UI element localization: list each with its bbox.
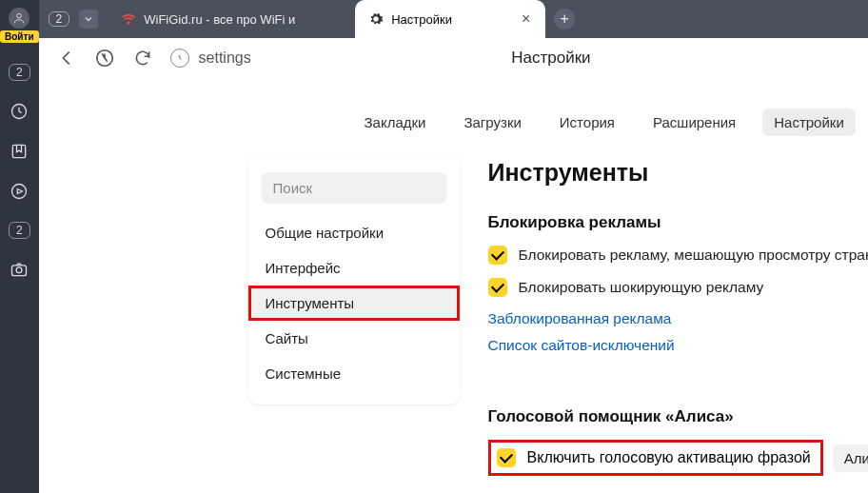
sidebar-item-tools[interactable]: Инструменты bbox=[248, 286, 460, 321]
sidebar-count-2[interactable]: 2 bbox=[9, 222, 30, 239]
alisa-select-value: Алиса bbox=[844, 450, 868, 466]
topnav-bookmarks[interactable]: Закладки bbox=[353, 108, 438, 136]
tab-title: WiFiGid.ru - все про WiFi и bbox=[144, 12, 342, 27]
settings-search[interactable]: Поиск bbox=[262, 172, 446, 204]
tab-strip: 2 WiFiGid.ru - все про WiFi и Настройки … bbox=[39, 0, 868, 38]
sidebar-item-general[interactable]: Общие настройки bbox=[248, 215, 460, 250]
svg-point-3 bbox=[12, 185, 27, 199]
sidebar-item-interface[interactable]: Интерфейс bbox=[248, 250, 460, 286]
blocked-ads-link[interactable]: Заблокированная реклама bbox=[488, 310, 672, 327]
exclusion-sites-link[interactable]: Список сайтов-исключений bbox=[488, 337, 675, 354]
play-circle-icon[interactable] bbox=[10, 182, 29, 201]
back-button[interactable] bbox=[56, 48, 77, 69]
panel-heading: Инструменты bbox=[488, 159, 868, 187]
checkbox-checked-icon[interactable] bbox=[488, 246, 507, 265]
ads-block-shocking-label: Блокировать шокирующую рекламу bbox=[519, 279, 764, 296]
close-icon[interactable]: × bbox=[520, 11, 532, 27]
tab-wifigid[interactable]: WiFiGid.ru - все про WiFi и bbox=[108, 0, 355, 38]
alisa-activation-row[interactable]: Включить голосовую активацию фразой bbox=[488, 440, 823, 476]
svg-rect-2 bbox=[13, 145, 26, 157]
settings-panel: Инструменты Блокировка рекламы Блокирова… bbox=[488, 155, 868, 476]
topnav-downloads[interactable]: Загрузки bbox=[452, 108, 532, 136]
svg-point-5 bbox=[16, 267, 22, 273]
ads-section-heading: Блокировка рекламы bbox=[488, 213, 868, 232]
page-title: Настройки bbox=[511, 49, 590, 68]
chevron-down-icon[interactable] bbox=[79, 10, 98, 29]
ads-block-shocking-row[interactable]: Блокировать шокирующую рекламу bbox=[488, 278, 868, 297]
toolbar: settings Настройки bbox=[39, 38, 868, 82]
alisa-section-heading: Голосовой помощник «Алиса» bbox=[488, 407, 868, 426]
login-badge: Войти bbox=[0, 30, 39, 43]
checkbox-checked-icon[interactable] bbox=[497, 448, 516, 467]
camera-icon[interactable] bbox=[10, 260, 29, 279]
reload-button[interactable] bbox=[132, 48, 153, 69]
ads-block-annoying-label: Блокировать рекламу, мешающую просмотру … bbox=[519, 246, 868, 264]
topnav-extensions[interactable]: Расширения bbox=[641, 108, 747, 136]
clock-icon[interactable] bbox=[10, 102, 29, 121]
ads-block-annoying-row[interactable]: Блокировать рекламу, мешающую просмотру … bbox=[488, 246, 868, 265]
svg-point-0 bbox=[17, 13, 22, 18]
profile-block[interactable]: Войти bbox=[0, 8, 39, 43]
gear-icon bbox=[368, 11, 384, 27]
tab-title: Настройки bbox=[391, 12, 512, 27]
alisa-phrase-select[interactable]: Алиса ▾ bbox=[833, 444, 868, 472]
settings-sidebar: Поиск Общие настройки Интерфейс Инструме… bbox=[248, 155, 460, 404]
sidebar-item-sites[interactable]: Сайты bbox=[248, 321, 460, 356]
site-favicon-icon bbox=[170, 49, 189, 68]
svg-point-6 bbox=[128, 21, 130, 24]
plus-icon: + bbox=[554, 9, 575, 30]
wifi-favicon-icon bbox=[121, 11, 136, 27]
alisa-activation-label: Включить голосовую активацию фразой bbox=[527, 449, 811, 466]
address-bar[interactable]: settings bbox=[170, 49, 251, 68]
tab-settings[interactable]: Настройки × bbox=[355, 0, 545, 38]
topnav-settings[interactable]: Настройки bbox=[762, 108, 856, 136]
yandex-logo-icon[interactable] bbox=[94, 48, 115, 69]
topnav-history[interactable]: История bbox=[548, 108, 626, 136]
sidebar-tab-count[interactable]: 2 bbox=[9, 64, 30, 81]
tabstrip-count[interactable]: 2 bbox=[49, 11, 70, 27]
checkbox-checked-icon[interactable] bbox=[488, 278, 507, 297]
sidebar-item-system[interactable]: Системные bbox=[248, 356, 460, 391]
new-tab-button[interactable]: + bbox=[545, 0, 583, 38]
address-text: settings bbox=[199, 49, 251, 67]
settings-top-nav: Закладки Загрузки История Расширения Нас… bbox=[353, 82, 868, 149]
system-sidebar: Войти 2 2 bbox=[0, 0, 39, 493]
tabstrip-counter-group: 2 bbox=[39, 0, 108, 38]
bookmark-panel-icon[interactable] bbox=[10, 142, 29, 161]
avatar-icon bbox=[9, 8, 30, 29]
